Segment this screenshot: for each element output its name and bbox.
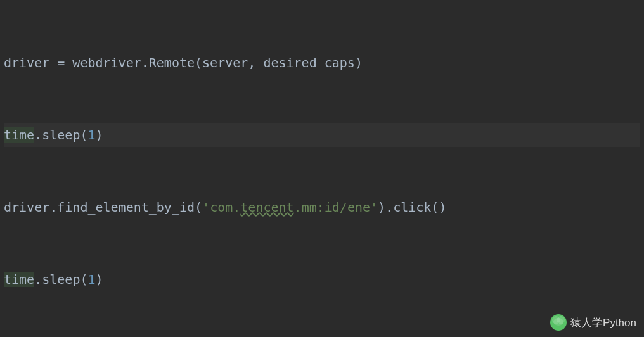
wechat-icon — [550, 314, 567, 331]
time-ref: time — [4, 127, 34, 143]
watermark: 猿人学Python — [550, 314, 636, 331]
code-text: driver = webdriver.Remote(server, desire… — [4, 55, 363, 70]
watermark-text: 猿人学Python — [570, 315, 636, 330]
time-ref: time — [4, 272, 34, 287]
code-line: driver = webdriver.Remote(server, desire… — [4, 51, 640, 75]
code-line: time.sleep(1) — [4, 267, 640, 291]
code-line: driver.find_element_by_id('com.tencent.m… — [4, 195, 640, 219]
code-line-current: time.sleep(1) — [4, 123, 640, 147]
code-editor: driver = webdriver.Remote(server, desire… — [0, 0, 644, 337]
